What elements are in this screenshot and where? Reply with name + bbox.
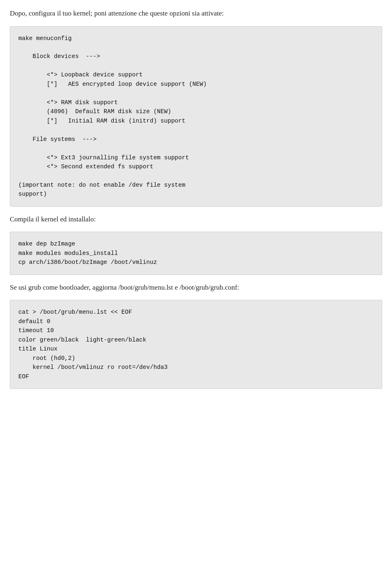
- intro-paragraph: Dopo, configura il tuo kernel; poni atte…: [10, 8, 382, 19]
- compile-paragraph: Compila il kernel ed installalo:: [10, 214, 382, 225]
- grub-paragraph: Se usi grub come bootloader, aggiorna /b…: [10, 282, 382, 293]
- compile-code-block: make dep bzImage make modules modules_in…: [10, 232, 382, 275]
- menuconfig-code-block: make menuconfig Block devices ---> <*> L…: [10, 26, 382, 207]
- grub-code-block: cat > /boot/grub/menu.lst << EOF default…: [10, 300, 382, 389]
